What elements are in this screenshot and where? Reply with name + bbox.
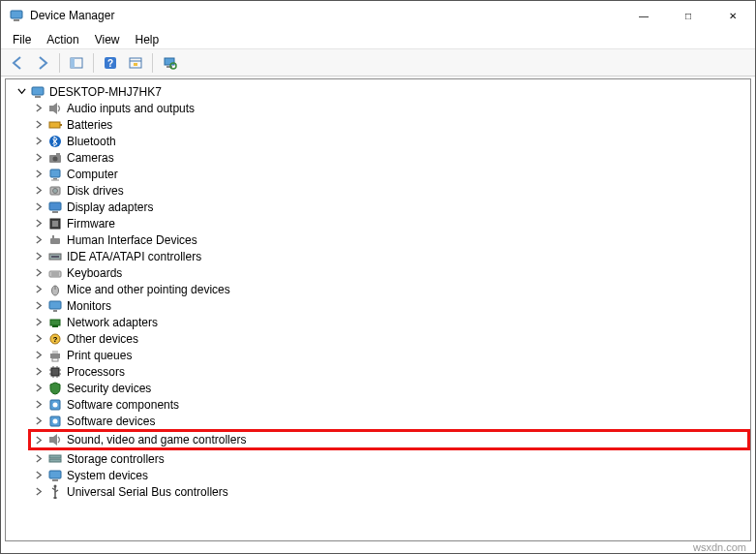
tree-item[interactable]: System devices (31, 467, 750, 483)
tree-item[interactable]: Firmware (31, 215, 750, 231)
hid-icon (47, 232, 63, 248)
scan-button[interactable] (158, 51, 181, 75)
tree-item[interactable]: Sound, video and game controllers (28, 429, 750, 450)
tree-item[interactable]: Audio inputs and outputs (31, 100, 750, 116)
tree-item[interactable]: Bluetooth (31, 133, 750, 149)
tree-item-label: Storage controllers (67, 452, 165, 466)
tree-item-label: Mice and other pointing devices (67, 283, 230, 296)
close-button[interactable]: ✕ (711, 1, 755, 30)
tree-item-label: Universal Serial Bus controllers (67, 485, 228, 499)
tree-item-label: Print queues (67, 349, 132, 362)
expand-icon[interactable] (33, 201, 45, 213)
menu-help[interactable]: Help (130, 31, 166, 48)
tree-item[interactable]: Other devices (31, 330, 750, 347)
expand-icon[interactable] (33, 317, 45, 328)
tree-item[interactable]: Security devices (31, 380, 750, 396)
menu-action[interactable]: Action (41, 31, 84, 48)
root-label: DESKTOP-MHJ7HK7 (49, 85, 162, 99)
tree-item-label: Firmware (67, 217, 115, 231)
tree-item[interactable]: IDE ATA/ATAPI controllers (31, 248, 750, 264)
properties-button[interactable] (124, 51, 147, 75)
expand-icon[interactable] (33, 251, 45, 262)
menu-view[interactable]: View (89, 31, 126, 48)
tree-item-label: Processors (67, 365, 125, 379)
computer-icon (30, 84, 45, 100)
tree-item-label: Bluetooth (67, 135, 116, 148)
expand-icon[interactable] (33, 185, 45, 197)
expand-icon[interactable] (33, 103, 45, 114)
tree-item[interactable]: Storage controllers (31, 450, 750, 467)
monitor-icon (47, 298, 63, 314)
tree-item-label: Security devices (67, 382, 151, 395)
expand-icon[interactable] (33, 486, 45, 498)
tree-item[interactable]: Print queues (31, 347, 750, 363)
tree-item[interactable]: Software components (31, 396, 750, 413)
expand-icon[interactable] (33, 136, 45, 147)
svg-text:?: ? (107, 58, 113, 69)
tree-item[interactable]: Universal Serial Bus controllers (31, 483, 750, 500)
console-tree-button[interactable] (65, 51, 88, 75)
expand-icon[interactable] (33, 119, 45, 131)
tree-item[interactable]: Human Interface Devices (31, 231, 750, 248)
cpu-icon (47, 364, 63, 380)
tree-item-label: Keyboards (67, 266, 122, 280)
minimize-button[interactable]: — (621, 1, 666, 30)
device-tree-pane[interactable]: DESKTOP-MHJ7HK7 Audio inputs and outputs… (5, 78, 751, 541)
window-title: Device Manager (30, 9, 621, 22)
expand-icon[interactable] (33, 152, 45, 164)
tree-item[interactable]: Monitors (31, 297, 750, 314)
expand-icon[interactable] (33, 470, 45, 481)
tree-item[interactable]: Keyboards (31, 264, 750, 281)
tree-item[interactable]: Mice and other pointing devices (31, 281, 750, 297)
ide-icon (47, 249, 63, 264)
expand-icon[interactable] (33, 300, 45, 312)
keyboard-icon (47, 265, 63, 281)
computer-icon (47, 167, 63, 182)
expand-icon[interactable] (33, 434, 45, 446)
storage-icon (47, 451, 63, 467)
tree-root[interactable]: DESKTOP-MHJ7HK7 (14, 83, 750, 100)
usb-icon (47, 484, 63, 500)
help-button[interactable]: ? (99, 51, 122, 75)
expand-icon[interactable] (33, 366, 45, 378)
tree-item[interactable]: Processors (31, 363, 750, 380)
expand-icon[interactable] (33, 284, 45, 295)
forward-button[interactable] (31, 51, 54, 75)
expand-icon[interactable] (33, 218, 45, 230)
device-tree: DESKTOP-MHJ7HK7 Audio inputs and outputs… (6, 83, 750, 500)
svg-rect-54 (71, 58, 75, 68)
tree-item[interactable]: Network adapters (31, 314, 750, 330)
expand-icon[interactable] (33, 333, 45, 345)
tree-item[interactable]: Cameras (31, 149, 750, 166)
expand-icon[interactable] (33, 399, 45, 411)
tree-item-label: Software devices (67, 415, 155, 428)
display-icon (47, 200, 63, 215)
expand-icon[interactable] (33, 267, 45, 279)
back-button[interactable] (6, 51, 29, 75)
app-icon (9, 8, 24, 23)
maximize-button[interactable]: □ (666, 1, 711, 30)
tree-item[interactable]: Software devices (31, 413, 750, 429)
expand-icon[interactable] (33, 383, 45, 394)
audio-icon (47, 432, 63, 447)
other-icon (47, 331, 63, 347)
network-icon (47, 315, 63, 330)
tree-item[interactable]: Display adapters (31, 199, 750, 215)
expand-icon[interactable] (33, 350, 45, 361)
expand-icon[interactable] (33, 169, 45, 180)
tree-item-label: Software components (67, 398, 179, 412)
expand-icon[interactable] (33, 234, 45, 246)
software-icon (47, 397, 63, 413)
firmware-icon (47, 216, 63, 231)
security-icon (47, 381, 63, 396)
system-icon (47, 468, 63, 483)
expand-icon[interactable] (33, 453, 45, 465)
tree-item[interactable]: Batteries (31, 116, 750, 133)
tree-item[interactable]: Computer (31, 166, 750, 182)
tree-item[interactable]: Disk drives (31, 182, 750, 199)
expand-icon[interactable] (33, 416, 45, 427)
collapse-icon[interactable] (15, 86, 27, 98)
disk-icon (47, 183, 63, 199)
toolbar: ? (1, 49, 755, 77)
menu-file[interactable]: File (7, 31, 37, 48)
